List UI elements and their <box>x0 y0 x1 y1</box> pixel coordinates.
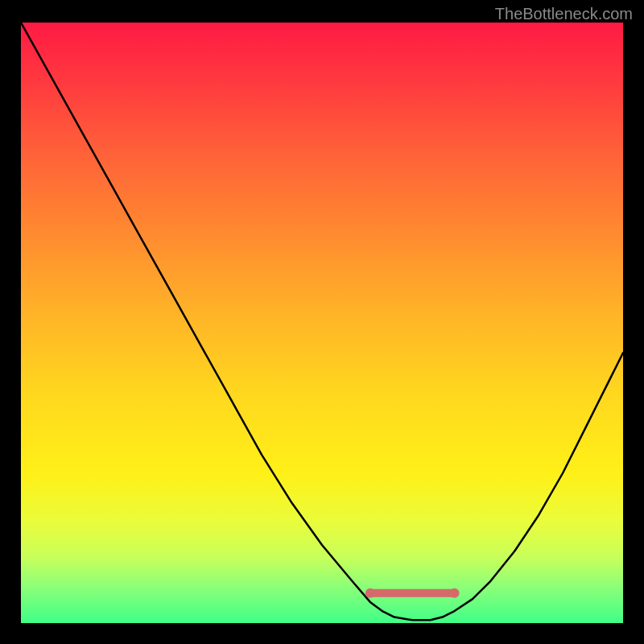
flat-band-dot-right <box>450 588 460 598</box>
bottleneck-curve <box>21 23 623 620</box>
curve-svg <box>21 23 623 623</box>
flat-band-dot-left <box>365 588 375 598</box>
gradient-plot-area <box>21 23 623 623</box>
attribution-text: TheBottleneck.com <box>495 5 633 23</box>
